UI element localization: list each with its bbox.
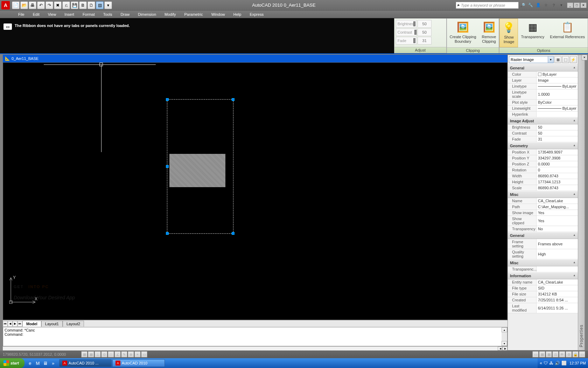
search-icon[interactable]: 🔎 (519, 2, 526, 9)
prop-row[interactable]: File typeSID (508, 285, 578, 291)
prop-row[interactable]: Contrast50 (508, 130, 578, 136)
prop-row[interactable]: Created7/25/2011 8:54 ... (508, 297, 578, 303)
prop-row[interactable]: Width86890.8743 (508, 173, 578, 179)
new-icon[interactable]: 📄 (12, 1, 20, 9)
prop-row[interactable]: Transparenc... (508, 266, 578, 272)
prop-row[interactable]: Linetype scale1.0000 (508, 89, 578, 100)
menu-window[interactable]: Window (207, 11, 229, 18)
cmd-scrollbar[interactable]: ▲▼ (502, 327, 507, 346)
mail-icon[interactable]: M (34, 360, 41, 367)
save-icon[interactable]: 💾 (71, 1, 78, 9)
adjust-contrast-value[interactable]: 50 (418, 28, 432, 36)
taskbar-task[interactable]: AAutoCAD 2010 (112, 359, 165, 367)
prop-value[interactable]: Frames above (537, 239, 578, 249)
tab-layout2[interactable]: Layout2 (63, 321, 84, 327)
menu-help[interactable]: Help (229, 11, 246, 18)
prop-row[interactable]: PathC:\Aer_Mapping... (508, 204, 578, 210)
print-icon[interactable]: 🖶 (29, 1, 36, 9)
prop-value[interactable] (537, 111, 578, 117)
qat9-icon[interactable]: 🗋 (88, 1, 95, 9)
prop-value[interactable]: 1735489.9097 (537, 149, 578, 155)
prop-row[interactable]: Position Y334297.3908 (508, 155, 578, 161)
minimize-button[interactable]: _ (567, 2, 573, 8)
ribbon-btn-create-clipping-boundary[interactable]: 🖼️Create ClippingBoundary (447, 19, 479, 47)
prop-row[interactable]: LayerImage (508, 77, 578, 83)
prop-value[interactable]: 314212 KB (537, 291, 578, 297)
command-line[interactable]: Command: *Canc Command: ▲▼ (3, 327, 507, 346)
prop-value[interactable]: 0.0000 (537, 161, 578, 167)
prop-row[interactable]: File size314212 KB (508, 291, 578, 297)
prop-row[interactable]: Fade31 (508, 136, 578, 142)
grip-br[interactable] (232, 232, 234, 235)
prop-value[interactable]: SID (537, 285, 578, 291)
menu-modify[interactable]: Modify (160, 11, 180, 18)
quick-view-drawings[interactable]: ▦ (546, 351, 552, 357)
prop-value[interactable]: No (537, 226, 578, 232)
comm-icon[interactable]: 👤 (535, 2, 542, 9)
prop-value[interactable]: 50 (537, 130, 578, 136)
prop-value[interactable]: Image (537, 77, 578, 83)
object-type-combo[interactable]: Raster Image▼ (509, 56, 554, 63)
prop-row[interactable]: Brightness50 (508, 124, 578, 130)
prop-value[interactable]: CA_ClearLake (537, 198, 578, 204)
select-objects-button[interactable]: ⬚ (562, 56, 569, 63)
prop-value[interactable]: 1.0000 (537, 89, 578, 99)
app-logo[interactable]: A (1, 1, 10, 9)
coordinates-display[interactable]: 1798820.5720, 511037.2012, 0.0000 (3, 352, 80, 356)
qat-dropdown-icon[interactable]: ▾ (104, 1, 112, 9)
prop-category-image-adjust[interactable]: Image Adjust▲ (508, 117, 578, 124)
prop-value[interactable]: ByLayer (537, 105, 578, 111)
prop-row[interactable]: Plot styleByColor (508, 100, 578, 105)
prop-value[interactable]: 7/25/2011 8:54 ... (537, 297, 578, 303)
prop-row[interactable]: Position X1735489.9097 (508, 149, 578, 155)
palette-close-button[interactable]: ✕ (582, 55, 587, 60)
menu-tools[interactable]: Tools (99, 11, 117, 18)
panel-title-clipping[interactable]: Clipping (447, 47, 499, 53)
tray-volume-icon[interactable]: 🔊 (555, 361, 560, 366)
favorite-icon[interactable]: ☆ (542, 2, 550, 9)
tab-first-button[interactable]: ⏮ (3, 321, 8, 327)
menu-file[interactable]: File (14, 11, 29, 18)
ie-icon[interactable]: e (27, 360, 34, 367)
menu-format[interactable]: Format (78, 11, 99, 18)
menu-insert[interactable]: Insert (60, 11, 78, 18)
prop-row[interactable]: LinetypeByLayer (508, 83, 578, 89)
annotation-visibility[interactable]: 👁 (559, 351, 565, 357)
grip-tr[interactable] (232, 98, 234, 101)
prop-value[interactable]: 177344.1213 (537, 179, 578, 185)
maximize-button[interactable]: □ (574, 2, 580, 8)
adjust-brightness-slider[interactable]: Brightness (396, 20, 417, 28)
lwt-toggle[interactable]: + (134, 351, 141, 357)
prop-value[interactable]: 6/14/2011 5:26 ... (537, 303, 578, 313)
prop-value[interactable]: High (537, 249, 578, 259)
prop-value[interactable]: 0 (537, 167, 578, 173)
prop-row[interactable]: TransparencyNo (508, 226, 578, 232)
qp-toggle[interactable]: ▭ (141, 351, 147, 357)
prop-value[interactable]: Yes (537, 210, 578, 216)
ortho-toggle[interactable]: ⊥ (94, 351, 101, 357)
tray-app-icon[interactable]: ⬜ (561, 361, 567, 366)
prop-value[interactable]: ByLayer (537, 83, 578, 89)
prop-row[interactable]: ColorByLayer (508, 71, 578, 77)
tab-prev-button[interactable]: ◀ (8, 321, 13, 327)
adjust-brightness-value[interactable]: 50 (418, 20, 432, 28)
toolbar-lock[interactable]: 🔒 (572, 351, 579, 357)
qat10-icon[interactable]: ▤ (96, 1, 104, 9)
clock[interactable]: 12:37 PM (568, 361, 586, 365)
qat8-icon[interactable]: 🗎 (79, 1, 87, 9)
menu-draw[interactable]: Draw (116, 11, 134, 18)
prop-row[interactable]: Show imageYes (508, 210, 578, 216)
ribbon-btn-transparency[interactable]: ▦Transparency (518, 19, 547, 47)
prop-row[interactable]: Position Z0.0000 (508, 161, 578, 167)
close-button[interactable]: ✕ (580, 2, 587, 8)
chevron-down-icon[interactable]: ▼ (548, 56, 553, 63)
tab-last-button[interactable]: ⏭ (18, 321, 22, 327)
prop-value[interactable]: 86890.8743 (537, 185, 578, 191)
menu-edit[interactable]: Edit (29, 11, 44, 18)
grid-toggle[interactable]: ▦ (88, 351, 94, 357)
key-icon[interactable]: 🔧 (527, 2, 534, 9)
prop-value[interactable]: 86890.8743 (537, 173, 578, 179)
tab-model[interactable]: Model (22, 321, 41, 327)
prop-row[interactable]: Rotation0 (508, 167, 578, 173)
document-title-bar[interactable]: 📐 0_Aer11_BASE _ □ ✕ (3, 55, 507, 62)
